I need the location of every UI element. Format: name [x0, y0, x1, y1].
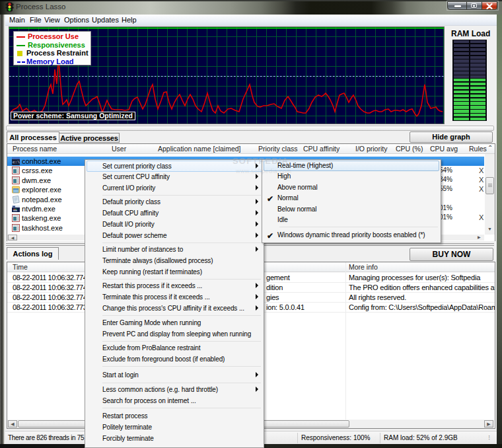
- svg-text:c:\: c:\: [13, 160, 20, 165]
